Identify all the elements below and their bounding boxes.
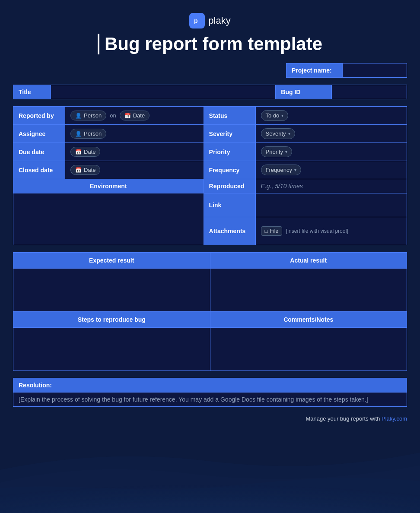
environment-content[interactable] bbox=[13, 193, 204, 245]
frequency-label: Frequency bbox=[204, 161, 255, 179]
status-arrow: ▾ bbox=[281, 113, 283, 118]
reported-by-cell: 👤 Person on 📅 Date bbox=[65, 107, 204, 125]
frequency-arrow: ▾ bbox=[294, 168, 296, 172]
person-icon: 👤 bbox=[75, 113, 82, 119]
on-text: on bbox=[110, 112, 116, 119]
status-label: Status bbox=[204, 107, 255, 125]
bug-id-input[interactable] bbox=[332, 85, 407, 99]
form-table: Reported by 👤 Person on 📅 Date Status bbox=[13, 106, 407, 245]
priority-value: Priority bbox=[266, 149, 283, 155]
status-value: To do bbox=[266, 112, 280, 119]
calendar-icon-1: 📅 bbox=[124, 113, 131, 119]
calendar-icon-2: 📅 bbox=[75, 149, 82, 155]
title-bug-id-table: Title Bug ID bbox=[13, 85, 407, 99]
reported-by-date-pill[interactable]: 📅 Date bbox=[120, 111, 150, 120]
closed-date-label: Closed date bbox=[13, 161, 65, 179]
frequency-cell: Frequency ▾ bbox=[255, 161, 407, 179]
file-button[interactable]: □ File bbox=[261, 226, 283, 236]
person-icon-2: 👤 bbox=[75, 131, 82, 137]
due-date-pill[interactable]: 📅 Date bbox=[70, 147, 100, 157]
reported-by-person: Person bbox=[84, 112, 102, 119]
environment-header: Environment bbox=[13, 179, 204, 193]
actual-result-content[interactable] bbox=[210, 269, 407, 312]
expected-result-header: Expected result bbox=[13, 253, 210, 269]
link-label: Link bbox=[204, 193, 255, 217]
file-placeholder: [insert file with visual proof] bbox=[286, 228, 348, 234]
resolution-content[interactable]: [Explain the process of solving the bug … bbox=[13, 393, 407, 407]
header: p plaky Bug report form template bbox=[13, 13, 407, 54]
assignee-person-pill[interactable]: 👤 Person bbox=[70, 129, 106, 139]
reproduced-value[interactable]: E.g., 5/10 times bbox=[255, 179, 407, 193]
due-date-cell: 📅 Date bbox=[65, 143, 204, 161]
status-dropdown[interactable]: To do ▾ bbox=[261, 110, 289, 121]
logo-text: plaky bbox=[208, 15, 230, 26]
project-name-label: Project name: bbox=[286, 63, 343, 78]
calendar-icon-3: 📅 bbox=[75, 167, 82, 173]
severity-value: Severity bbox=[266, 130, 286, 137]
frequency-dropdown[interactable]: Frequency ▾ bbox=[261, 165, 301, 175]
expected-result-content[interactable] bbox=[13, 269, 210, 312]
due-date-label: Due date bbox=[13, 143, 65, 161]
footer: Manage your bug reports with Plaky.com bbox=[13, 415, 407, 422]
closed-date-pill[interactable]: 📅 Date bbox=[70, 165, 100, 175]
reported-by-date: Date bbox=[133, 112, 145, 119]
resolution-table: Resolution: [Explain the process of solv… bbox=[13, 378, 407, 407]
project-name-row: Project name: bbox=[13, 63, 407, 78]
actual-result-header: Actual result bbox=[210, 253, 407, 269]
severity-cell: Severity ▾ bbox=[255, 125, 407, 143]
reported-by-label: Reported by bbox=[13, 107, 65, 125]
title-label: Title bbox=[13, 85, 51, 99]
frequency-value: Frequency bbox=[266, 167, 292, 173]
steps-header: Steps to reproduce bug bbox=[13, 312, 210, 328]
assignee-label: Assignee bbox=[13, 125, 65, 143]
footer-link[interactable]: Plaky.com bbox=[382, 415, 407, 422]
assignee-person: Person bbox=[84, 130, 102, 137]
reported-by-person-pill[interactable]: 👤 Person bbox=[70, 111, 106, 120]
page-title: Bug report form template bbox=[98, 34, 322, 54]
severity-dropdown[interactable]: Severity ▾ bbox=[261, 128, 295, 139]
priority-arrow: ▾ bbox=[285, 149, 287, 154]
bug-id-label: Bug ID bbox=[276, 85, 332, 99]
link-value[interactable] bbox=[255, 193, 407, 217]
title-input[interactable] bbox=[51, 85, 276, 99]
results-table: Expected result Actual result Steps to r… bbox=[13, 252, 407, 371]
logo-area: p plaky bbox=[13, 13, 407, 28]
status-cell: To do ▾ bbox=[255, 107, 407, 125]
priority-dropdown[interactable]: Priority ▾ bbox=[261, 146, 292, 157]
svg-text:p: p bbox=[194, 17, 198, 24]
closed-date-value: Date bbox=[84, 167, 95, 173]
project-name-table: Project name: bbox=[286, 63, 407, 78]
attachments-cell: □ File [insert file with visual proof] bbox=[255, 217, 407, 245]
file-label: File bbox=[270, 228, 278, 234]
assignee-cell: 👤 Person bbox=[65, 125, 204, 143]
severity-arrow: ▾ bbox=[288, 131, 290, 136]
due-date-value: Date bbox=[84, 149, 95, 155]
project-name-value[interactable] bbox=[342, 63, 407, 78]
closed-date-cell: 📅 Date bbox=[65, 161, 204, 179]
attachments-label: Attachments bbox=[204, 217, 255, 245]
plaky-logo-icon: p bbox=[189, 13, 205, 28]
comments-content[interactable] bbox=[210, 328, 407, 371]
priority-label: Priority bbox=[204, 143, 255, 161]
severity-label: Severity bbox=[204, 125, 255, 143]
priority-cell: Priority ▾ bbox=[255, 143, 407, 161]
footer-text: Manage your bug reports with bbox=[305, 415, 380, 422]
file-icon: □ bbox=[265, 228, 268, 234]
comments-header: Comments/Notes bbox=[210, 312, 407, 328]
resolution-header: Resolution: bbox=[13, 378, 407, 393]
reproduced-label: Reproduced bbox=[204, 179, 255, 193]
steps-content[interactable] bbox=[13, 328, 210, 371]
